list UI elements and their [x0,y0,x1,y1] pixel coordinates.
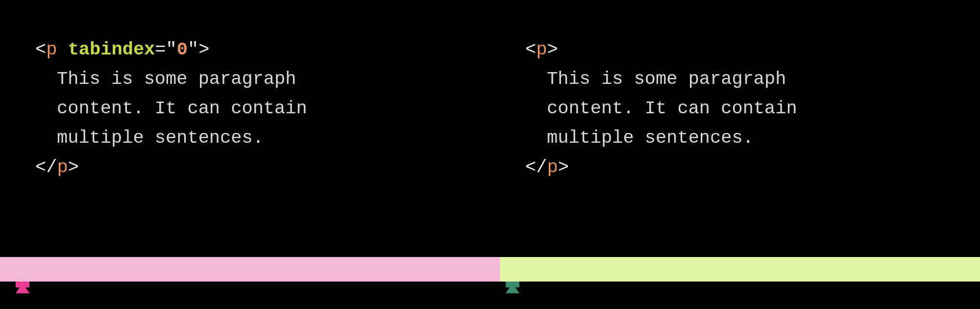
paragraph-text-3: multiple sentences. [57,128,264,148]
code-line-open-tag: <p tabindex="0"> [35,35,490,65]
paragraph-text-2-right: content. It can contain [547,98,797,119]
close-open-bracket-right: </ [525,157,547,178]
code-line-content-3: multiple sentences. [35,124,490,153]
attribute-value: 0 [177,39,188,60]
attribute-equals: = [155,39,166,60]
code-line-content-2: content. It can contain [35,94,490,124]
attribute-quote-open: " [166,39,177,60]
close-open-bracket: </ [35,157,57,178]
tag-name-right: p [536,39,547,60]
tag-name: p [46,39,57,60]
flag-icon-right [506,282,519,293]
open-angle-bracket-right: < [525,39,536,60]
close-angle-bracket: > [198,39,209,60]
bottom-color-stripe [0,257,980,282]
final-bracket-right: > [558,157,569,178]
paragraph-text-2: content. It can contain [57,98,307,119]
flag-icon-left [16,282,29,293]
code-line-content-3-right: multiple sentences. [525,124,980,153]
code-panels-row: <p tabindex="0"> This is some paragraph … [0,0,980,257]
code-line-open-tag-right: <p> [525,35,980,65]
code-line-content-1: This is some paragraph [35,65,490,94]
open-angle-bracket: < [35,39,46,60]
close-angle-bracket-right: > [547,39,558,60]
tag-space [57,39,68,60]
code-line-close-tag-right: </p> [525,153,980,182]
code-panel-left: <p tabindex="0"> This is some paragraph … [0,35,490,257]
paragraph-text-1-right: This is some paragraph [547,69,786,89]
close-tag-name: p [57,157,68,178]
close-tag-name-right: p [547,157,558,178]
code-panel-right: <p> This is some paragraph content. It c… [490,35,980,257]
code-line-content-2-right: content. It can contain [525,94,980,124]
main-container: <p tabindex="0"> This is some paragraph … [0,0,980,309]
attribute-name: tabindex [68,39,155,60]
final-bracket: > [68,157,79,178]
attribute-quote-close: " [188,39,198,60]
paragraph-text-3-right: multiple sentences. [547,128,754,148]
code-line-content-1-right: This is some paragraph [525,65,980,94]
paragraph-text-1: This is some paragraph [57,69,296,89]
stripe-right-green [500,257,980,282]
code-line-close-tag: </p> [35,153,490,182]
bottom-bar [0,282,980,309]
stripe-left-pink [0,257,500,282]
